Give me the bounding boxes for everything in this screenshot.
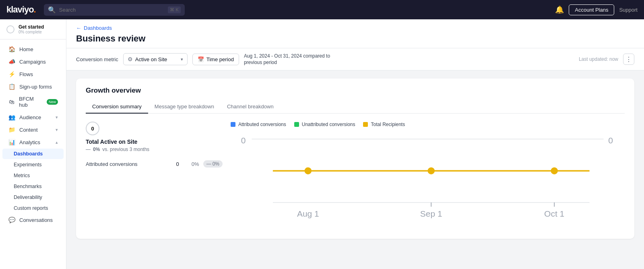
time-period-button[interactable]: 📅 Time period — [192, 54, 239, 65]
svg-point-5 — [305, 167, 312, 174]
search-input[interactable] — [59, 7, 165, 13]
conversations-icon: 💬 — [8, 217, 15, 223]
tab-message-type[interactable]: Message type breakdown — [148, 100, 221, 114]
sidebar-item-bfcm-hub-label: BFCM hub — [19, 96, 43, 108]
audience-icon: 👥 — [8, 114, 15, 120]
legend-dot-attributed — [231, 122, 235, 127]
topnav-right: 🔔 Account Plans Support — [555, 4, 638, 15]
breadcrumb-arrow: ← — [76, 25, 81, 31]
total-active-on-site-label: Total Active on Site — [86, 139, 223, 145]
legend-item-total-recipients: Total Recipients — [363, 122, 405, 127]
total-value-badge: 0 — [86, 122, 99, 135]
custom-reports-label: Custom reports — [14, 205, 48, 211]
breadcrumb[interactable]: ← Dashboards — [76, 25, 634, 31]
last-updated-label: Last updated: now — [579, 56, 618, 62]
attributed-conversions-label: Attributed conversions — [86, 161, 163, 167]
legend-item-unattributed: Unattributed conversions — [294, 122, 355, 127]
growth-tabs: Conversion summary Message type breakdow… — [86, 100, 625, 114]
sidebar-item-signup-forms-label: Sign-up forms — [19, 84, 52, 90]
sidebar-sub-item-dashboards[interactable]: Dashboards — [2, 149, 64, 159]
content-icon: 📁 — [8, 126, 15, 133]
pill-dash: — — [206, 161, 211, 167]
sidebar-sub-item-metrics[interactable]: Metrics — [2, 170, 64, 181]
sidebar-item-campaigns-label: Campaigns — [19, 59, 46, 65]
sidebar-item-home-label: Home — [19, 46, 33, 52]
chevron-up-icon-analytics: ▴ — [56, 140, 58, 145]
sidebar-sub-item-custom-reports[interactable]: Custom reports — [2, 203, 64, 213]
calendar-icon: 📅 — [198, 56, 204, 62]
account-plans-button[interactable]: Account Plans — [569, 4, 614, 15]
sidebar-item-content-label: Content — [19, 127, 38, 133]
get-started-subtitle: 0% complete — [19, 30, 44, 34]
main-layout: Get started 0% complete 🏠 Home 📣 Campaig… — [0, 19, 644, 269]
search-icon: 🔍 — [48, 6, 56, 14]
vs-dash: — — [86, 147, 91, 152]
get-started-title: Get started — [19, 24, 44, 30]
support-link[interactable]: Support — [619, 7, 638, 13]
compared-to: previous period — [244, 60, 330, 65]
sidebar-item-signup-forms[interactable]: 📋 Sign-up forms — [2, 81, 64, 93]
svg-point-6 — [428, 167, 435, 174]
sidebar-item-content[interactable]: 📁 Content ▾ — [2, 124, 64, 136]
sidebar-item-conversations-label: Conversations — [19, 217, 53, 223]
attributed-conversions-value: 0 — [167, 161, 179, 167]
svg-text:Sep 1: Sep 1 — [420, 209, 442, 218]
vs-pct: 0% — [93, 147, 100, 152]
sidebar-sub-item-benchmarks[interactable]: Benchmarks — [2, 181, 64, 192]
growth-overview-title: Growth overview — [86, 87, 625, 95]
dashboards-label: Dashboards — [14, 151, 43, 157]
signup-forms-icon: 📋 — [8, 83, 15, 90]
gear-icon: ⚙ — [128, 56, 133, 62]
time-period-label: Time period — [206, 56, 234, 62]
stats-layout: 0 Total Active on Site — 0% vs. previous… — [86, 122, 625, 231]
bell-icon[interactable]: 🔔 — [555, 5, 564, 14]
tab-conversion-summary[interactable]: Conversion summary — [86, 100, 148, 114]
chart-legend: Attributed conversions Unattributed conv… — [231, 122, 625, 127]
more-options-button[interactable]: ⋮ — [623, 54, 634, 65]
chevron-down-icon: ▾ — [56, 115, 58, 120]
flows-icon: ⚡ — [8, 71, 15, 77]
progress-circle — [6, 25, 14, 33]
sidebar-item-conversations[interactable]: 💬 Conversations — [2, 214, 64, 226]
get-started-section[interactable]: Get started 0% complete — [0, 19, 66, 39]
sidebar: Get started 0% complete 🏠 Home 📣 Campaig… — [0, 19, 66, 269]
page-title: Business review — [76, 33, 634, 44]
sidebar-item-home[interactable]: 🏠 Home — [2, 43, 64, 55]
conversion-metric-dropdown[interactable]: ⚙ Active on Site ▾ — [123, 53, 188, 65]
legend-attributed-label: Attributed conversions — [238, 122, 286, 127]
chevron-down-icon-content: ▾ — [56, 127, 58, 132]
sidebar-item-analytics[interactable]: 📊 Analytics ▴ — [2, 136, 64, 148]
home-icon: 🏠 — [8, 46, 15, 52]
topnav: klaviyo. 🔍 ⌘ K 🔔 Account Plans Support — [0, 0, 644, 19]
vs-period: — 0% vs. previous 3 months — [86, 147, 223, 152]
sidebar-item-audience[interactable]: 👥 Audience ▾ — [2, 111, 64, 123]
chevron-down-icon-dropdown: ▾ — [181, 57, 183, 62]
chart-area: 0 0 Aug 1 — [231, 132, 625, 231]
svg-text:0: 0 — [241, 136, 246, 145]
deliverability-label: Deliverability — [14, 195, 42, 200]
logo: klaviyo. — [6, 4, 36, 15]
chart-svg: 0 0 Aug 1 — [231, 132, 625, 231]
metrics-label: Metrics — [14, 173, 30, 178]
sidebar-item-analytics-label: Analytics — [19, 139, 40, 145]
legend-unattributed-label: Unattributed conversions — [302, 122, 355, 127]
stats-left: 0 Total Active on Site — 0% vs. previous… — [86, 122, 223, 231]
breadcrumb-label: Dashboards — [84, 25, 112, 31]
search-box[interactable]: 🔍 ⌘ K — [44, 4, 185, 16]
sidebar-item-flows-label: Flows — [19, 71, 33, 77]
sidebar-item-audience-label: Audience — [19, 114, 41, 120]
chart-section: Attributed conversions Unattributed conv… — [231, 122, 625, 231]
page-header: ← Dashboards Business review — [66, 19, 644, 48]
svg-text:Oct 1: Oct 1 — [544, 209, 564, 218]
filter-bar: Conversion metric ⚙ Active on Site ▾ 📅 T… — [66, 48, 644, 70]
sidebar-nav: 🏠 Home 📣 Campaigns ⚡ Flows 📋 Sign-up for… — [0, 39, 66, 269]
sidebar-sub-item-experiments[interactable]: Experiments — [2, 159, 64, 170]
svg-point-7 — [551, 167, 557, 174]
tab-channel-breakdown[interactable]: Channel breakdown — [221, 100, 280, 114]
vs-period-label: vs. previous 3 months — [102, 147, 149, 152]
active-on-site-label: Active on Site — [135, 56, 167, 62]
sidebar-item-bfcm-hub[interactable]: 🛍 BFCM hub New — [2, 93, 64, 111]
sidebar-item-campaigns[interactable]: 📣 Campaigns — [2, 56, 64, 68]
sidebar-sub-item-deliverability[interactable]: Deliverability — [2, 192, 64, 203]
sidebar-item-flows[interactable]: ⚡ Flows — [2, 68, 64, 80]
